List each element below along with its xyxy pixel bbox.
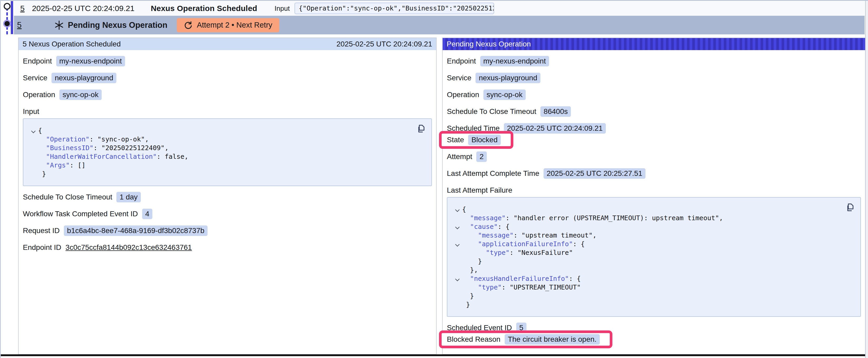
field-label: Service bbox=[23, 74, 47, 82]
json-code-text: "cause": { bbox=[462, 222, 510, 231]
event-input-label: Input bbox=[275, 4, 290, 12]
json-code-text: "applicationFailureInfo": { bbox=[462, 240, 585, 248]
json-line: "Operation": "sync-op-ok", bbox=[29, 135, 426, 143]
field-label: Request ID bbox=[23, 227, 60, 235]
timeline-filled-circle-icon bbox=[4, 21, 10, 26]
failure-json-viewer: { "message": "handler error (UPSTREAM_TI… bbox=[447, 197, 861, 317]
json-line: "applicationFailureInfo": { bbox=[453, 240, 855, 248]
json-line: "HandlerWaitForCancellation": false, bbox=[29, 152, 426, 161]
field-value-chip: sync-op-ok bbox=[59, 90, 102, 100]
json-code-text: "message": "upstream timeout", bbox=[462, 231, 597, 240]
chevron-down-icon[interactable] bbox=[29, 128, 38, 136]
field-row-endpoint: Endpointmy-nexus-endpoint bbox=[447, 55, 549, 67]
pending-operation-panel-title: Pending Nexus Operation bbox=[446, 40, 531, 48]
json-code-text: } bbox=[462, 292, 474, 300]
json-line: } bbox=[453, 300, 855, 309]
retry-badge-label: Attempt 2 • Next Retry bbox=[197, 21, 272, 29]
event-id-link[interactable]: 5 bbox=[20, 4, 25, 13]
timeline-open-circle-icon bbox=[4, 3, 10, 10]
pending-event-id-link[interactable]: 5 bbox=[17, 21, 22, 30]
event-timestamp: 2025-02-25 UTC 20:24:09.21 bbox=[32, 4, 134, 13]
pending-operation-row[interactable]: 5 Pending Nexus Operation Attempt 2 • Ne… bbox=[14, 16, 865, 34]
json-gutter bbox=[453, 215, 462, 224]
field-value-chip: 2025-02-25 UTC 20:24:09.21 bbox=[504, 123, 606, 134]
event-detail-panel-timestamp: 2025-02-25 UTC 20:24:09.21 bbox=[337, 40, 432, 48]
field-value-chip: b1c6a4bc-8ee7-468a-9169-df3b02c8737b bbox=[64, 225, 208, 236]
event-input-preview-chip[interactable]: {"Operation":"sync-op-ok","BusinessID":"… bbox=[294, 3, 494, 14]
field-row-service: Servicenexus-playground bbox=[447, 72, 540, 84]
timeline-active-bar bbox=[11, 1, 13, 34]
json-gutter bbox=[453, 284, 462, 293]
workflow-history-screen: 5 2025-02-25 UTC 20:24:09.21 Nexus Opera… bbox=[0, 0, 868, 358]
endpoint-id-link[interactable]: 3c0c75ccfa8144b092c13ce632463761 bbox=[65, 243, 192, 252]
field-value-chip: my-nexus-endpoint bbox=[480, 56, 549, 66]
json-line: { bbox=[29, 126, 426, 135]
chevron-down-icon[interactable] bbox=[453, 275, 462, 284]
field-label: Endpoint ID bbox=[23, 243, 61, 252]
input-json-viewer: { "Operation": "sync-op-ok", "BusinessID… bbox=[23, 118, 432, 186]
field-label: Attempt bbox=[447, 153, 472, 161]
json-code-text: "type": "UPSTREAM_TIMEOUT" bbox=[462, 283, 581, 292]
json-gutter bbox=[453, 267, 462, 275]
field-value-chip: 4 bbox=[142, 209, 153, 219]
field-row-state: StateBlocked bbox=[447, 134, 501, 146]
chevron-down-icon[interactable] bbox=[453, 206, 462, 215]
field-row-last-attempt-complete-time: Last Attempt Complete Time2025-02-25 UTC… bbox=[447, 168, 646, 179]
field-row-operation: Operationsync-op-ok bbox=[23, 89, 102, 100]
highlight-annotation: Blocked ReasonThe circuit breaker is ope… bbox=[439, 330, 612, 348]
pending-operation-panel: Pending Nexus Operation Endpointmy-nexus… bbox=[442, 37, 866, 355]
json-line: "nexusHandlerFailureInfo": { bbox=[453, 274, 855, 283]
field-value-chip: Blocked bbox=[468, 135, 501, 145]
field-row-request-id: Request IDb1c6a4bc-8ee7-468a-9169-df3b02… bbox=[23, 225, 208, 236]
field-row-endpoint: Endpointmy-nexus-endpoint bbox=[23, 55, 125, 67]
pending-operation-panel-header: Pending Nexus Operation bbox=[443, 38, 865, 50]
highlight-annotation: StateBlocked bbox=[439, 131, 513, 149]
bottom-separator-line bbox=[1, 354, 866, 356]
json-line: "message": "upstream timeout", bbox=[453, 231, 855, 240]
json-line: } bbox=[453, 292, 855, 300]
field-label: Blocked Reason bbox=[447, 335, 500, 344]
json-gutter bbox=[453, 258, 462, 267]
field-value-chip: 86400s bbox=[540, 106, 571, 117]
event-detail-panel-title: 5 Nexus Operation Scheduled bbox=[23, 40, 121, 48]
json-gutter bbox=[453, 232, 462, 241]
json-code-text: } bbox=[462, 257, 482, 266]
field-value-chip: 2 bbox=[476, 152, 487, 162]
json-gutter bbox=[29, 136, 38, 145]
event-summary-row[interactable]: 5 2025-02-25 UTC 20:24:09.21 Nexus Opera… bbox=[14, 1, 865, 16]
field-label: Schedule To Close Timeout bbox=[447, 107, 536, 116]
field-value-chip: nexus-playground bbox=[52, 73, 116, 83]
json-gutter bbox=[29, 162, 38, 171]
field-label: Operation bbox=[23, 91, 55, 99]
json-code-text: "Operation": "sync-op-ok", bbox=[38, 135, 149, 143]
event-detail-panel: 5 Nexus Operation Scheduled 2025-02-25 U… bbox=[18, 37, 437, 355]
json-line: } bbox=[453, 257, 855, 266]
json-line: "cause": { bbox=[453, 222, 855, 231]
json-code-text: } bbox=[462, 300, 470, 309]
retry-attempt-badge: Attempt 2 • Next Retry bbox=[177, 18, 279, 32]
event-detail-panel-header: 5 Nexus Operation Scheduled 2025-02-25 U… bbox=[19, 38, 436, 50]
json-gutter bbox=[453, 293, 462, 301]
copy-icon[interactable] bbox=[415, 124, 426, 134]
json-gutter bbox=[29, 154, 38, 162]
chevron-down-icon[interactable] bbox=[453, 241, 462, 250]
field-label: Operation bbox=[447, 91, 479, 99]
field-label: Workflow Task Completed Event ID bbox=[23, 210, 138, 218]
field-row-workflow-task-completed-event-id: Workflow Task Completed Event ID4 bbox=[23, 208, 152, 220]
copy-icon[interactable] bbox=[844, 202, 855, 213]
field-value-chip: my-nexus-endpoint bbox=[56, 56, 125, 66]
field-value-chip: 2025-02-25 UTC 20:25:27.51 bbox=[544, 168, 646, 179]
chevron-down-icon[interactable] bbox=[453, 224, 462, 232]
field-row-endpoint-id: Endpoint ID3c0c75ccfa8144b092c13ce632463… bbox=[23, 242, 192, 253]
asterisk-icon bbox=[54, 20, 64, 30]
json-gutter bbox=[29, 171, 38, 180]
json-code-text: }, bbox=[462, 266, 478, 274]
json-code-text: "Args": [] bbox=[38, 161, 86, 169]
input-section-label: Input bbox=[23, 107, 432, 116]
field-label: State bbox=[447, 136, 464, 144]
field-row-schedule-to-close-timeout: Schedule To Close Timeout1 day bbox=[23, 191, 141, 203]
retry-icon bbox=[184, 21, 192, 30]
json-line: "Args": [] bbox=[29, 161, 426, 169]
field-value-chip: The circuit breaker is open. bbox=[505, 334, 600, 345]
field-label: Last Attempt Complete Time bbox=[447, 169, 539, 178]
